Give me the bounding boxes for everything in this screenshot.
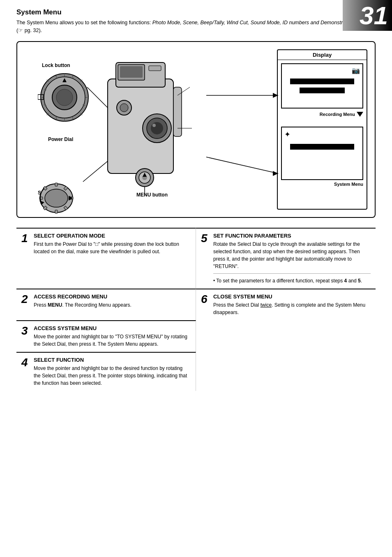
display-panel: Display 📷 Recording Menu bbox=[277, 49, 367, 210]
display-inner: 📷 Recording Menu ✦ bbox=[278, 60, 367, 190]
svg-rect-25 bbox=[55, 210, 58, 213]
step-1: 1 SELECT OPERATION MODE First turn the P… bbox=[16, 228, 196, 289]
step-2-body: Press MENU. The Recording Menu appears. bbox=[34, 301, 191, 309]
step-4-title: SELECT FUNCTION bbox=[34, 357, 191, 363]
power-dial-label: Power Dial bbox=[48, 136, 73, 142]
display-label: Display bbox=[278, 50, 367, 60]
svg-rect-24 bbox=[55, 183, 58, 186]
svg-point-23 bbox=[45, 189, 68, 207]
step-6-body: Press the Select Dial twice. Setting is … bbox=[213, 301, 371, 316]
black-bar-2 bbox=[300, 88, 345, 93]
system-menu-content: ✦ bbox=[282, 127, 362, 154]
arrow-down-icon bbox=[357, 112, 363, 117]
step-2-number: 2 bbox=[21, 294, 30, 305]
step-3-body: Move the pointer and highlight bar to "T… bbox=[34, 333, 191, 348]
svg-point-38 bbox=[151, 122, 163, 134]
desc-end: (☞ pg. 32). bbox=[16, 28, 42, 33]
svg-point-45 bbox=[120, 104, 128, 112]
svg-point-19 bbox=[56, 89, 73, 106]
step-4-content: SELECT FUNCTION Move the pointer and hig… bbox=[34, 357, 191, 387]
step-4-number: 4 bbox=[21, 357, 30, 368]
diagram-box: Lock button bbox=[16, 41, 376, 218]
svg-rect-42 bbox=[149, 66, 161, 71]
step-2: 2 ACCESS RECORDING MENU Press MENU. The … bbox=[16, 289, 196, 320]
select-dial-svg bbox=[34, 178, 79, 215]
step-5-body: Rotate the Select Dial to cycle through … bbox=[213, 240, 371, 270]
system-menu-box: ✦ bbox=[281, 127, 363, 180]
step-5-number: 5 bbox=[201, 233, 210, 244]
camera-icon: 📷 bbox=[352, 67, 360, 74]
star-pointer: ✦ bbox=[284, 130, 291, 139]
svg-rect-43 bbox=[173, 87, 182, 136]
section-desc: The System Menu allows you to set the fo… bbox=[16, 19, 376, 35]
recording-menu-text: Recording Menu bbox=[320, 112, 355, 117]
step-4-body: Move the pointer and highlight bar to th… bbox=[34, 365, 191, 387]
step-5-title: SET FUNCTION PARAMETERS bbox=[213, 233, 371, 239]
svg-line-56 bbox=[206, 157, 278, 173]
step-6-content: CLOSE SYSTEM MENU Press the Select Dial … bbox=[213, 294, 371, 316]
step-3-number: 3 bbox=[21, 325, 30, 337]
recording-menu-label-row: Recording Menu bbox=[281, 112, 363, 117]
step-6-number: 6 bbox=[201, 294, 210, 305]
step-2-title: ACCESS RECORDING MENU bbox=[34, 294, 191, 300]
step-3-content: ACCESS SYSTEM MENU Move the pointer and … bbox=[34, 325, 191, 348]
step-3-title: ACCESS SYSTEM MENU bbox=[34, 325, 191, 331]
svg-rect-41 bbox=[120, 66, 143, 78]
step-1-content: SELECT OPERATION MODE First turn the Pow… bbox=[34, 233, 191, 255]
step-3: 3 ACCESS SYSTEM MENU Move the pointer an… bbox=[16, 320, 196, 352]
step-5: 5 SET FUNCTION PARAMETERS Rotate the Sel… bbox=[196, 228, 376, 289]
desc-italic: Photo Mode, Scene, Beep/Tally, Wind Cut,… bbox=[152, 20, 368, 25]
step-1-body: First turn the Power Dial to "□" while p… bbox=[34, 240, 191, 255]
desc-text: The System Menu allows you to set the fo… bbox=[16, 20, 152, 25]
sys-black-bar-1 bbox=[290, 144, 354, 150]
svg-line-46 bbox=[87, 87, 108, 108]
page-number-area: 31 bbox=[343, 0, 392, 31]
recording-menu-content: 📷 bbox=[282, 64, 362, 97]
camera-svg bbox=[75, 46, 206, 210]
page-number: 31 bbox=[360, 3, 388, 28]
step-1-number: 1 bbox=[21, 233, 30, 244]
step-6-title: CLOSE SYSTEM MENU bbox=[213, 294, 371, 300]
step-6: 6 CLOSE SYSTEM MENU Press the Select Dia… bbox=[196, 289, 376, 320]
svg-point-39 bbox=[152, 124, 156, 127]
main-content: System Menu The System Menu allows you t… bbox=[0, 0, 392, 407]
black-bar-1 bbox=[290, 79, 354, 84]
lock-button-label: Lock button bbox=[42, 62, 70, 68]
step-5-note: • To set the parameters for a different … bbox=[213, 273, 371, 284]
steps-container: 1 SELECT OPERATION MODE First turn the P… bbox=[16, 228, 376, 391]
step-2-content: ACCESS RECORDING MENU Press MENU. The Re… bbox=[34, 294, 191, 309]
menu-button-label: MENU button bbox=[136, 192, 168, 198]
step-4: 4 SELECT FUNCTION Move the pointer and h… bbox=[16, 352, 196, 391]
step-5-content: SET FUNCTION PARAMETERS Rotate the Selec… bbox=[213, 233, 371, 284]
system-menu-label-row: System Menu bbox=[281, 182, 363, 187]
system-menu-text: System Menu bbox=[334, 182, 363, 187]
svg-line-47 bbox=[83, 161, 108, 182]
recording-menu-box: 📷 bbox=[281, 63, 363, 109]
step-1-title: SELECT OPERATION MODE bbox=[34, 233, 191, 239]
section-title: System Menu bbox=[16, 8, 376, 16]
